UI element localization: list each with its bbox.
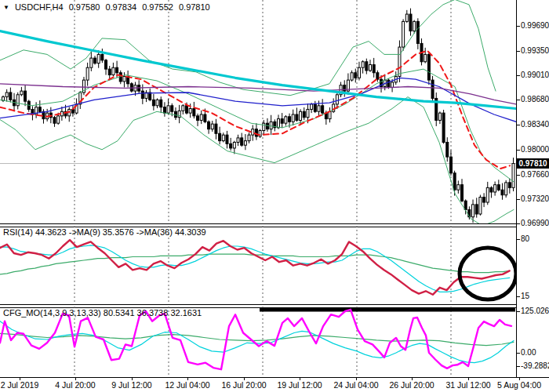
price-axis-label: 0.99010 — [521, 71, 549, 79]
bull-candle — [479, 198, 482, 214]
axis-tick — [517, 366, 520, 367]
bear-candle — [303, 111, 305, 117]
bear-candle — [171, 106, 173, 111]
bull-candle — [413, 21, 416, 31]
price-axis-label: 0.97320 — [521, 194, 549, 203]
bull-candle — [123, 76, 125, 82]
bull-candle — [329, 111, 331, 118]
price-axis-label: 0.97660 — [521, 170, 549, 179]
candlestick-chart[interactable] — [0, 0, 516, 223]
axis-tick — [517, 353, 520, 354]
time-axis-label: 2 Jul 2019 — [1, 380, 38, 390]
rsi-indicator-panel[interactable]: RSI(14) 44.3623 ->MA(9) 35.3576 ->MA(36)… — [0, 226, 516, 304]
bear-candle — [208, 122, 210, 129]
bear-candle — [365, 62, 368, 71]
price-axis-label: 0.99690 — [521, 21, 549, 30]
bull-candle — [438, 113, 441, 120]
rsi-chart[interactable] — [0, 226, 516, 304]
bull-candle — [270, 122, 272, 129]
axis-tick — [517, 296, 520, 297]
time-axis-label: 9 Jul 12:00 — [111, 380, 151, 390]
bear-candle — [94, 58, 96, 64]
bear-candle — [387, 80, 390, 87]
bull-candle — [244, 141, 246, 146]
rsi-axis-label: 15 — [521, 292, 529, 300]
highlight-circle-annotation — [460, 248, 516, 299]
cfg-cyan — [0, 321, 514, 363]
bear-candle — [38, 107, 41, 112]
bear-candle — [226, 135, 228, 143]
cfg-mo-title: CFG_MO(14,3,9,3,13,33) 80.5341 36.3738 3… — [3, 308, 202, 318]
bull-candle — [311, 104, 313, 110]
bull-candle — [252, 129, 254, 135]
axis-tick — [517, 125, 520, 125]
bull-candle — [86, 67, 89, 80]
symbol-dropdown-icon[interactable]: ▼ — [3, 4, 9, 11]
price-axis-label: 0.98680 — [521, 95, 549, 103]
bear-candle — [219, 133, 221, 140]
bear-candle — [354, 73, 357, 78]
time-axis-label: 19 Jul 12:00 — [277, 380, 322, 390]
axis-tick — [517, 26, 520, 27]
bull-candle — [285, 117, 287, 123]
bear-candle — [163, 107, 165, 113]
bull-candle — [97, 54, 100, 63]
bear-candle — [105, 60, 107, 69]
bull-candle — [248, 135, 250, 140]
rsi-MA(36) — [0, 254, 510, 274]
bear-candle — [193, 109, 195, 116]
ohlc-open: 0.97580 — [69, 2, 100, 12]
bear-candle — [314, 104, 316, 111]
cfg-axis-label: 125.0261 — [521, 307, 549, 315]
bull-candle — [398, 47, 401, 76]
ohlc-low: 0.97552 — [142, 2, 173, 12]
bull-candle — [512, 164, 514, 188]
time-axis[interactable]: 2 Jul 20194 Jul 20:009 Jul 12:0012 Jul 0… — [0, 377, 549, 392]
bull-candle — [5, 93, 8, 97]
bear-candle — [322, 106, 324, 113]
price-axis-label: 0.98340 — [521, 120, 549, 129]
ma-slow-cyan-thick — [0, 31, 516, 109]
time-axis-label: 31 Jul 12:00 — [445, 380, 490, 390]
price-axis[interactable]: 0.996900.993500.990100.986800.983400.980… — [516, 0, 549, 377]
cfg-mo-indicator-panel[interactable]: CFG_MO(14,3,9,3,13,33) 80.5341 36.3738 3… — [0, 307, 516, 377]
time-axis-label: 5 Aug 04:00 — [497, 380, 541, 390]
bear-candle — [409, 14, 412, 31]
bear-candle — [373, 64, 375, 72]
cfg-magenta — [0, 310, 511, 369]
bear-candle — [442, 113, 445, 142]
bull-candle — [486, 187, 489, 202]
bull-candle — [391, 82, 394, 88]
bear-candle — [255, 129, 257, 136]
bear-candle — [449, 157, 452, 173]
bear-candle — [508, 183, 511, 188]
bear-candle — [141, 91, 144, 98]
bear-candle — [289, 117, 291, 122]
bull-candle — [211, 124, 213, 129]
bull-candle — [472, 205, 474, 217]
time-axis-label: 26 Jul 20:00 — [389, 380, 434, 390]
symbol-label: USDCHF,H4 — [15, 2, 64, 12]
bull-candle — [167, 106, 169, 113]
price-axis-label: 0.98000 — [521, 145, 549, 154]
bear-candle — [266, 123, 268, 129]
main-chart-panel[interactable]: ▼ USDCHF,H4 0.97580 0.97834 0.97552 0.97… — [0, 0, 516, 223]
bear-candle — [241, 138, 243, 145]
bear-candle — [101, 54, 104, 60]
bear-candle — [174, 111, 176, 117]
bear-candle — [9, 93, 12, 100]
bull-candle — [351, 73, 353, 80]
axis-tick — [517, 75, 520, 76]
bull-candle — [424, 54, 427, 61]
bear-candle — [431, 80, 434, 98]
bear-candle — [376, 73, 379, 79]
axis-tick — [517, 51, 520, 52]
bear-candle — [197, 116, 199, 121]
bear-candle — [427, 54, 430, 80]
axis-tick — [517, 150, 520, 151]
bull-candle — [318, 106, 320, 111]
rsi-RSI(14) — [0, 240, 510, 295]
bear-candle — [344, 85, 346, 91]
time-axis-label: 16 Jul 20:00 — [221, 380, 266, 390]
current-price-badge: 0.97810 — [517, 158, 549, 169]
